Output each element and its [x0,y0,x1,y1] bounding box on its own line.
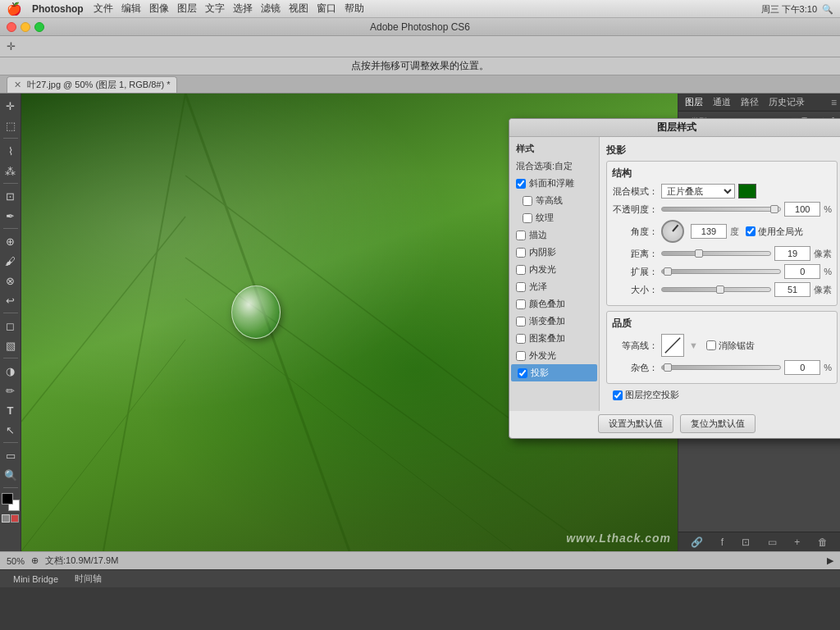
search-icon[interactable]: 🔍 [822,4,833,15]
tool-path-select[interactable]: ↖ [2,421,20,439]
texture-checkbox[interactable] [523,213,532,223]
tool-dodge[interactable]: ◑ [2,362,20,380]
panel-menu-icon[interactable]: ≡ [831,97,837,108]
tool-lasso[interactable]: ⌇ [2,142,20,160]
anti-alias-label[interactable]: 消除锯齿 [706,340,755,352]
document-tab[interactable]: ✕ 叶27.jpg @ 50% (图层 1, RGB/8#) * [7,76,177,93]
size-slider[interactable] [661,287,771,292]
style-satin[interactable]: 光泽 [509,278,599,295]
distance-thumb[interactable] [695,249,703,258]
spread-thumb[interactable] [664,267,672,276]
color-swatches[interactable] [2,493,20,511]
close-button[interactable] [7,22,16,32]
tool-zoom[interactable]: 🔍 [2,466,20,484]
menu-text[interactable]: 文字 [205,2,225,16]
size-input[interactable] [774,282,810,297]
reset-default-button[interactable]: 复位为默认值 [680,414,756,433]
menu-filter[interactable]: 滤镜 [261,2,281,16]
tool-type[interactable]: T [2,401,20,419]
menu-help[interactable]: 帮助 [345,2,364,16]
style-pattern-overlay[interactable]: 图案叠加 [509,330,599,347]
tool-pen[interactable]: ✏ [2,381,20,399]
tab-channels[interactable]: 通道 [710,94,734,110]
tool-shape[interactable]: ▭ [2,446,20,464]
tool-marquee[interactable]: ⬚ [2,116,20,135]
satin-checkbox[interactable] [516,282,526,292]
tab-history[interactable]: 历史记录 [765,94,808,110]
doc-close-icon[interactable]: ✕ [14,80,21,89]
bevel-checkbox[interactable] [516,179,526,189]
spread-slider[interactable] [661,269,781,274]
inner-glow-checkbox[interactable] [516,265,526,275]
menu-layer[interactable]: 图层 [177,2,197,16]
noise-input[interactable] [784,360,820,375]
distance-slider[interactable] [661,251,771,256]
style-stroke[interactable]: 描边 [509,226,599,244]
tool-gradient[interactable]: ▧ [2,336,20,354]
maximize-button[interactable] [34,22,44,32]
spread-input[interactable] [784,264,820,279]
menu-edit[interactable]: 编辑 [121,2,141,16]
tool-history-brush[interactable]: ↩ [2,291,20,309]
opacity-slider[interactable] [661,207,781,212]
menu-file[interactable]: 文件 [94,2,113,16]
tab-layers[interactable]: 图层 [682,94,706,110]
style-gradient-overlay[interactable]: 渐变叠加 [509,313,599,330]
noise-slider[interactable] [661,365,781,370]
outer-glow-checkbox[interactable] [516,351,526,361]
style-outer-glow[interactable]: 外发光 [509,347,599,364]
knockout-label[interactable]: 图层挖空投影 [613,389,679,401]
style-inner-shadow[interactable]: 内阴影 [509,244,599,261]
style-bevel[interactable]: 斜面和浮雕 [509,175,599,192]
stroke-checkbox[interactable] [516,231,526,240]
knockout-checkbox[interactable] [613,390,623,400]
style-inner-glow[interactable]: 内发光 [509,261,599,278]
delete-layer-icon[interactable]: 🗑 [818,536,828,548]
menu-select[interactable]: 选择 [233,2,253,16]
tool-clone[interactable]: ⊗ [2,272,20,290]
contour-curve[interactable] [661,334,684,357]
style-texture[interactable]: 纹理 [509,209,599,226]
global-light-label[interactable]: 使用全局光 [746,226,803,238]
tool-crop[interactable]: ⊡ [2,187,20,205]
angle-dial[interactable] [661,220,684,243]
layer-effects-icon[interactable]: f [721,536,724,548]
tool-eraser[interactable]: ◻ [2,317,20,335]
set-default-button[interactable]: 设置为默认值 [598,414,673,433]
tool-eyedropper[interactable]: ✒ [2,207,20,225]
link-layers-icon[interactable]: 🔗 [691,536,703,548]
tool-wand[interactable]: ⁂ [2,162,20,180]
timeline-tab[interactable]: 时间轴 [68,571,108,587]
tab-paths[interactable]: 路径 [737,94,762,110]
distance-input[interactable] [774,246,810,261]
drop-shadow-checkbox[interactable] [518,368,527,378]
style-contour[interactable]: 等高线 [509,192,599,209]
opacity-input[interactable] [784,202,820,217]
style-color-overlay[interactable]: 颜色叠加 [509,295,599,313]
window-controls[interactable] [7,22,44,32]
timeline-icon[interactable]: ▶ [827,555,833,566]
normal-mode[interactable] [2,514,10,523]
tool-heal[interactable]: ⊕ [2,232,20,250]
shadow-color-swatch[interactable] [738,184,756,199]
contour-checkbox[interactable] [523,196,532,206]
tool-brush[interactable]: 🖌 [2,252,20,270]
mini-bridge-tab[interactable]: Mini Bridge [7,573,65,586]
menu-view[interactable]: 视图 [289,2,308,16]
contour-arrow[interactable]: ▼ [689,340,698,350]
anti-alias-checkbox[interactable] [706,340,716,350]
menu-image[interactable]: 图像 [149,2,169,16]
inner-shadow-checkbox[interactable] [516,248,526,258]
new-group-icon[interactable]: ▭ [768,536,777,548]
gradient-overlay-checkbox[interactable] [516,317,526,326]
blend-mode-select[interactable]: 正片叠底 [661,184,735,199]
apple-menu[interactable]: 🍎 [7,2,22,16]
style-blend-options[interactable]: 混合选项:自定 [509,158,599,175]
zoom-icon[interactable]: ⊕ [31,555,39,566]
pattern-overlay-checkbox[interactable] [516,334,526,344]
minimize-button[interactable] [21,22,30,32]
noise-thumb[interactable] [664,363,672,372]
global-light-checkbox[interactable] [746,226,756,236]
new-layer-icon[interactable]: + [794,536,800,548]
mask-icon[interactable]: ⊡ [742,536,750,548]
